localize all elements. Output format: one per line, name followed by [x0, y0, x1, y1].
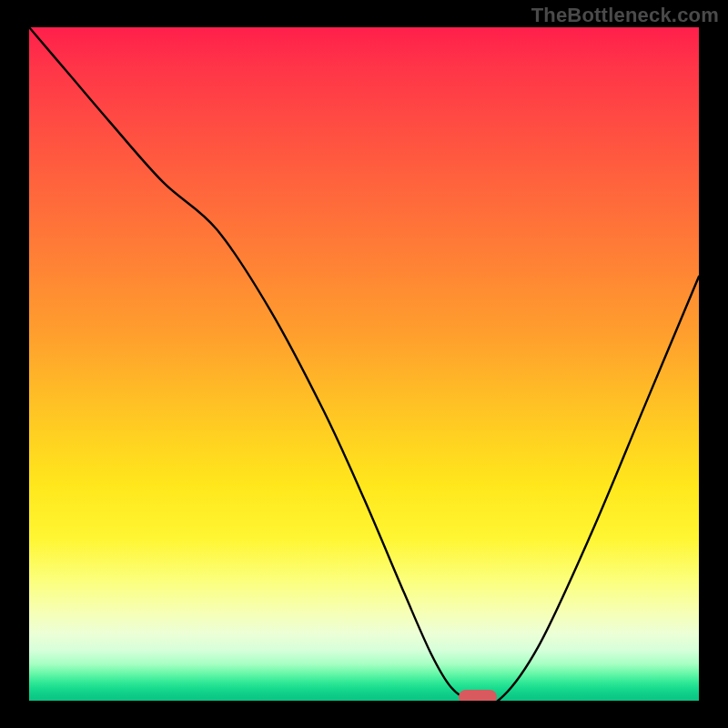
optimal-marker — [459, 690, 497, 701]
bottleneck-curve — [29, 27, 699, 701]
watermark-text: TheBottleneck.com — [531, 4, 719, 27]
chart-frame: TheBottleneck.com — [0, 0, 728, 728]
plot-area — [29, 27, 699, 701]
